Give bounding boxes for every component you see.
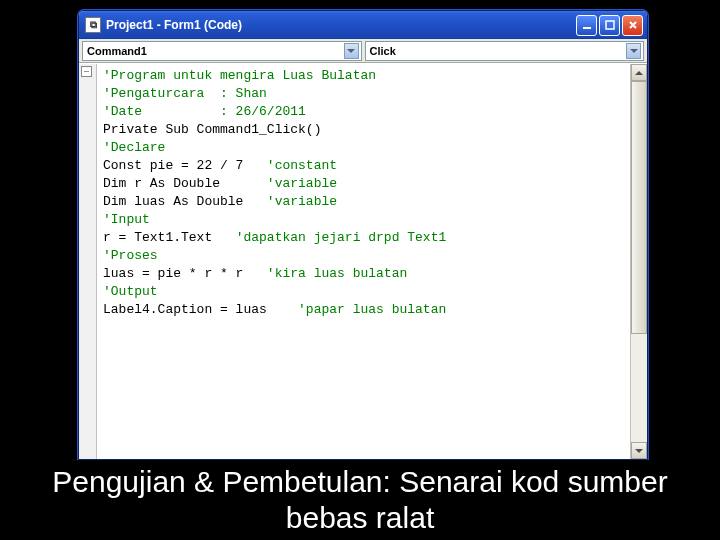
code-line: 'Program untuk mengira Luas Bulatan: [103, 67, 624, 85]
code-gutter: –: [79, 64, 97, 459]
scroll-track[interactable]: [631, 81, 647, 442]
fold-box-icon[interactable]: –: [81, 66, 92, 77]
slide-caption: Pengujian & Pembetulan: Senarai kod sumb…: [0, 460, 720, 540]
maximize-button[interactable]: [599, 15, 620, 36]
code-line: 'Input: [103, 211, 624, 229]
code-line: luas = pie * r * r 'kira luas bulatan: [103, 265, 624, 283]
object-dropdown[interactable]: Command1: [82, 41, 362, 61]
code-line: 'Output: [103, 283, 624, 301]
code-line: Label4.Caption = luas 'papar luas bulata…: [103, 301, 624, 319]
window-title: Project1 - Form1 (Code): [106, 18, 576, 32]
code-line: Const pie = 22 / 7 'constant: [103, 157, 624, 175]
procedure-dropdown[interactable]: Click: [365, 41, 645, 61]
code-line: Dim r As Double 'variable: [103, 175, 624, 193]
code-line: Dim luas As Double 'variable: [103, 193, 624, 211]
code-line: Private Sub Command1_Click(): [103, 121, 624, 139]
code-line: 'Declare: [103, 139, 624, 157]
scroll-up-button[interactable]: [631, 64, 647, 81]
code-line: 'Date : 26/6/2011: [103, 103, 624, 121]
svg-rect-1: [606, 21, 614, 29]
procedure-dropdown-value: Click: [370, 45, 627, 57]
window-buttons: [576, 15, 643, 36]
scroll-thumb[interactable]: [631, 81, 647, 334]
code-area: – 'Program untuk mengira Luas Bulatan'Pe…: [79, 63, 647, 459]
code-line: 'Proses: [103, 247, 624, 265]
titlebar[interactable]: ⧉ Project1 - Form1 (Code): [79, 11, 647, 39]
close-button[interactable]: [622, 15, 643, 36]
code-line: 'Pengaturcara : Shan: [103, 85, 624, 103]
vertical-scrollbar[interactable]: [630, 64, 647, 459]
chevron-down-icon: [626, 43, 641, 59]
scroll-down-button[interactable]: [631, 442, 647, 459]
object-dropdown-value: Command1: [87, 45, 344, 57]
code-window: ⧉ Project1 - Form1 (Code) Command1 Click…: [78, 10, 648, 460]
code-toolbar: Command1 Click: [79, 39, 647, 63]
minimize-button[interactable]: [576, 15, 597, 36]
chevron-down-icon: [344, 43, 359, 59]
svg-rect-0: [583, 27, 591, 29]
app-icon: ⧉: [85, 17, 101, 33]
code-editor[interactable]: 'Program untuk mengira Luas Bulatan'Peng…: [97, 64, 630, 459]
code-line: r = Text1.Text 'dapatkan jejari drpd Tex…: [103, 229, 624, 247]
